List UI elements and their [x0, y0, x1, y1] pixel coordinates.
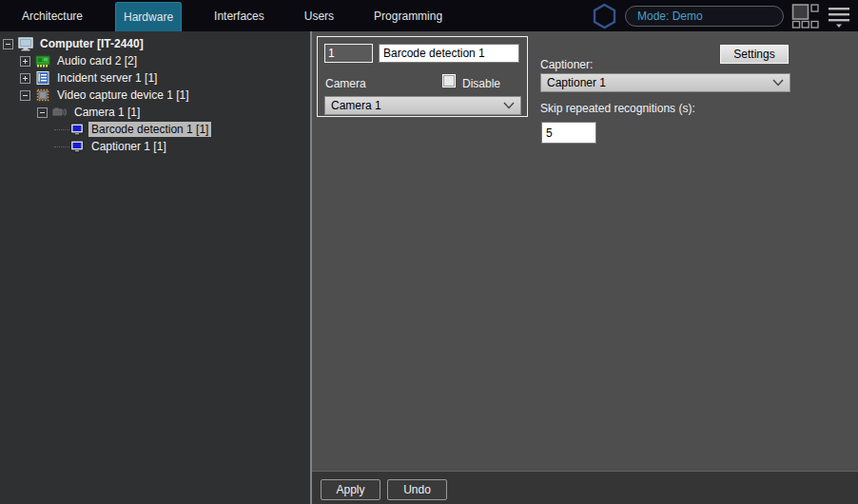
tab-interfaces[interactable]: Interfaces [206, 0, 272, 31]
captioner-label: Captioner: [540, 58, 593, 71]
expand-expander-icon[interactable] [20, 56, 30, 67]
identity-group-box: Camera Disable Camera 1 [317, 36, 528, 117]
main-tabs: Architecture Hardware Interfaces Users P… [14, 0, 450, 31]
tree-item-barcode-detection[interactable]: Barcode detection 1 [1] [0, 121, 310, 138]
mode-field[interactable]: Mode: Demo [625, 6, 784, 27]
captioner-select-value: Captioner 1 [547, 76, 606, 89]
video-capture-device-icon [35, 87, 50, 103]
expand-expander-icon[interactable] [20, 73, 30, 84]
tree-item-label[interactable]: Audio card 2 [2] [54, 53, 140, 68]
tree-item-label[interactable]: Barcode detection 1 [1] [88, 122, 211, 137]
object-name-field[interactable] [379, 44, 519, 63]
tree-item-captioner[interactable]: Captioner 1 [1] [0, 138, 310, 155]
chevron-down-icon [503, 102, 515, 109]
skip-repeated-recognitions-field[interactable] [541, 122, 596, 144]
app-logo-hexagon-icon [592, 3, 617, 29]
undo-button[interactable]: Undo [387, 479, 447, 500]
hardware-tree-panel: Computer [IT-2440] Audio card 2 [2] Inci… [0, 31, 310, 504]
apply-button[interactable]: Apply [321, 479, 380, 500]
tree-item-camera[interactable]: Camera 1 [1] [0, 104, 310, 121]
tree-item-audio-card[interactable]: Audio card 2 [2] [0, 52, 310, 69]
panel-divider[interactable] [310, 31, 312, 504]
camera-label: Camera [325, 77, 366, 90]
tree-item-incident-server[interactable]: Incident server 1 [1] [0, 69, 310, 87]
settings-button[interactable]: Settings [720, 45, 789, 64]
tab-programming[interactable]: Programming [366, 0, 450, 31]
collapse-expander-icon[interactable] [3, 39, 13, 49]
tree-item-video-capture-device[interactable]: Video capture device 1 [1] [0, 87, 310, 104]
mode-text: Mode: Demo [637, 10, 703, 23]
monitor-icon [69, 139, 85, 154]
tree-item-label[interactable]: Video capture device 1 [1] [54, 87, 192, 103]
tree-item-label[interactable]: Captioner 1 [1] [88, 139, 169, 154]
tree-item-label[interactable]: Camera 1 [1] [71, 105, 143, 120]
camera-select[interactable]: Camera 1 [324, 96, 521, 115]
object-settings-panel: Camera Disable Camera 1 Settings Caption… [312, 31, 858, 504]
disable-label: Disable [462, 77, 500, 90]
disable-checkbox[interactable] [442, 74, 456, 87]
hamburger-menu-icon[interactable] [828, 3, 850, 29]
camera-select-value: Camera 1 [331, 99, 381, 112]
tab-users[interactable]: Users [297, 0, 341, 31]
top-menu-bar: Architecture Hardware Interfaces Users P… [0, 0, 858, 31]
computer-icon [18, 36, 33, 51]
skip-repeated-recognitions-label: Skip repeated recognitions (s): [540, 102, 695, 115]
tree-item-computer[interactable]: Computer [IT-2440] [0, 35, 310, 52]
camera-icon [52, 105, 68, 120]
action-bar: Apply Undo [312, 471, 858, 504]
screen-layout-icon[interactable] [791, 3, 820, 29]
tab-hardware[interactable]: Hardware [115, 2, 182, 31]
collapse-expander-icon[interactable] [20, 90, 30, 101]
tab-architecture[interactable]: Architecture [14, 0, 90, 31]
collapse-expander-icon[interactable] [37, 107, 48, 118]
monitor-icon [69, 122, 85, 137]
incident-server-icon [35, 70, 50, 86]
audio-card-icon [35, 53, 50, 68]
chevron-down-icon [772, 79, 784, 87]
captioner-select[interactable]: Captioner 1 [540, 73, 790, 92]
object-id-field[interactable] [324, 44, 373, 63]
tree-item-label[interactable]: Computer [IT-2440] [37, 36, 146, 51]
tree-item-label[interactable]: Incident server 1 [1] [54, 70, 160, 86]
